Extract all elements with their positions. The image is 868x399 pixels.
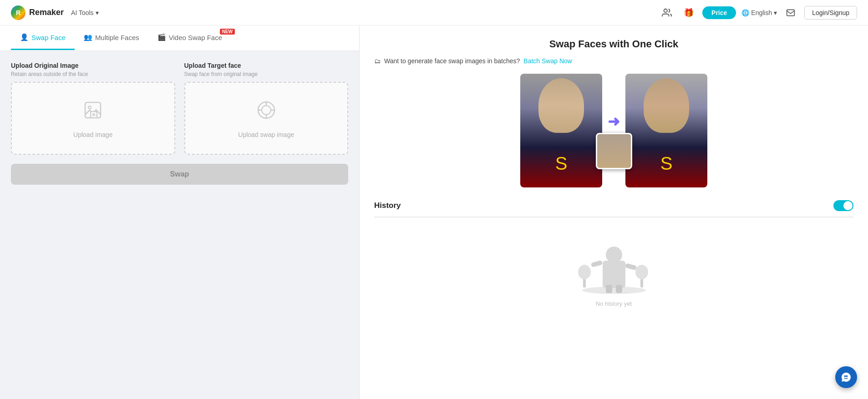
svg-rect-14 — [590, 260, 603, 268]
small-face-overlay — [596, 133, 632, 169]
empty-illustration — [573, 236, 655, 295]
price-button[interactable]: Price — [702, 6, 736, 19]
layers-icon: 🗂 — [374, 57, 381, 65]
target-label: Upload Target face — [184, 62, 349, 69]
target-upload-box[interactable]: Upload swap image — [184, 82, 349, 155]
original-sublabel: Retain areas outside of the face — [11, 71, 175, 77]
users-icon: 👥 — [84, 33, 92, 41]
tab-multiple-faces[interactable]: 👥 Multiple Faces — [75, 26, 148, 50]
upload-original-icon — [81, 99, 104, 126]
empty-history-text: No history yet — [596, 300, 632, 307]
header-left: R Remaker AI Tools ▾ — [11, 5, 102, 20]
gift-icon-button[interactable]: 🎁 — [680, 5, 697, 21]
chevron-down-icon: ▾ — [96, 9, 99, 16]
right-panel: Swap Faces with One Click 🗂 Want to gene… — [360, 25, 868, 399]
language-label: English — [751, 9, 772, 16]
ai-tools-label: AI Tools — [71, 9, 94, 16]
demo-image-container: S ➜ S — [374, 74, 853, 187]
svg-point-21 — [635, 265, 648, 279]
upload-target-icon — [255, 99, 278, 126]
demo-before-image: S — [520, 74, 602, 187]
original-image-wrapper: Upload Original Image Retain areas outsi… — [11, 62, 175, 155]
video-icon: 🎬 — [157, 33, 166, 41]
upload-row: Upload Original Image Retain areas outsi… — [11, 62, 348, 155]
new-badge: NEW — [220, 29, 235, 35]
swap-arrow-icon: ➜ — [608, 113, 620, 130]
mail-icon-button[interactable] — [782, 5, 799, 21]
demo-after-image: S — [625, 74, 707, 187]
toggle-knob — [843, 201, 853, 210]
main-layout: 👤 Swap Face 👥 Multiple Faces 🎬 Video Swa… — [0, 25, 868, 399]
svg-rect-1 — [787, 10, 795, 15]
history-header: History — [374, 200, 853, 217]
batch-info: 🗂 Want to generate face swap images in b… — [374, 57, 853, 65]
language-button[interactable]: 🌐 English ▾ — [741, 9, 777, 16]
svg-point-6 — [262, 106, 271, 115]
svg-rect-17 — [616, 285, 622, 293]
target-upload-text: Upload swap image — [238, 131, 294, 138]
tab-multiple-faces-label: Multiple Faces — [95, 34, 139, 41]
tabs-bar: 👤 Swap Face 👥 Multiple Faces 🎬 Video Swa… — [0, 25, 359, 51]
user-icon: 👤 — [20, 33, 29, 41]
svg-rect-16 — [606, 285, 612, 293]
target-face-wrapper: Upload Target face Swap face from origin… — [184, 62, 349, 155]
svg-point-13 — [606, 247, 622, 263]
header: R Remaker AI Tools ▾ 🎁 Price 🌐 English ▾ — [0, 0, 868, 25]
original-upload-text: Upload image — [73, 131, 112, 138]
tab-video-swap-face[interactable]: 🎬 Video Swap Face NEW — [148, 26, 237, 50]
svg-point-3 — [88, 106, 91, 109]
globe-icon: 🌐 — [741, 9, 749, 16]
original-label: Upload Original Image — [11, 62, 175, 69]
swap-button[interactable]: Swap — [11, 164, 348, 185]
demo-after-wrapper: S — [625, 74, 707, 187]
tab-video-swap-face-label: Video Swap Face — [169, 34, 222, 41]
svg-point-19 — [578, 265, 591, 279]
history-title: History — [374, 201, 401, 210]
tab-swap-face[interactable]: 👤 Swap Face — [11, 26, 75, 50]
brand-name: Remaker — [29, 8, 64, 17]
login-signup-button[interactable]: Login/Signup — [804, 6, 857, 20]
upload-section: Upload Original Image Retain areas outsi… — [0, 51, 359, 399]
left-panel: 👤 Swap Face 👥 Multiple Faces 🎬 Video Swa… — [0, 25, 360, 399]
empty-history: No history yet — [374, 227, 853, 316]
target-sublabel: Swap face from original image — [184, 71, 349, 77]
tab-swap-face-label: Swap Face — [31, 34, 66, 41]
history-toggle[interactable] — [833, 200, 853, 211]
svg-point-0 — [664, 9, 667, 12]
demo-before-wrapper: S — [520, 74, 602, 187]
users-icon-button[interactable] — [659, 5, 675, 21]
original-upload-box[interactable]: Upload image — [11, 82, 175, 155]
batch-swap-link[interactable]: Batch Swap Now — [523, 57, 572, 65]
chat-button[interactable] — [835, 366, 857, 388]
batch-text: Want to generate face swap images in bat… — [384, 57, 520, 65]
header-right: 🎁 Price 🌐 English ▾ Login/Signup — [659, 5, 857, 21]
arrow-wrapper: ➜ — [608, 74, 620, 187]
chevron-down-icon: ▾ — [774, 9, 777, 16]
right-panel-title: Swap Faces with One Click — [374, 38, 853, 50]
svg-rect-15 — [624, 263, 637, 270]
logo-icon: R — [11, 5, 25, 20]
svg-rect-12 — [603, 261, 625, 288]
ai-tools-button[interactable]: AI Tools ▾ — [67, 7, 102, 18]
